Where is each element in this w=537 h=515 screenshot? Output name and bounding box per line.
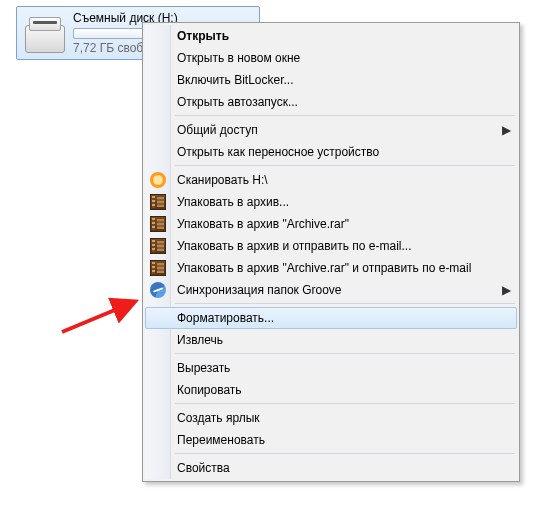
menu-rar-pack-named[interactable]: Упаковать в архив "Archive.rar": [145, 213, 517, 235]
menu-groove-sync[interactable]: Синхронизация папок Groove ▶: [145, 279, 517, 301]
menu-eject[interactable]: Извлечь: [145, 329, 517, 351]
menu-copy[interactable]: Копировать: [145, 379, 517, 401]
menu-label: Свойства: [177, 461, 230, 475]
avast-icon: [150, 172, 166, 188]
menu-create-shortcut[interactable]: Создать ярлык: [145, 407, 517, 429]
menu-label: Общий доступ: [177, 123, 258, 137]
menu-bitlocker[interactable]: Включить BitLocker...: [145, 69, 517, 91]
menu-label: Переименовать: [177, 433, 265, 447]
menu-cut[interactable]: Вырезать: [145, 357, 517, 379]
winrar-icon: [150, 216, 166, 232]
submenu-arrow-icon: ▶: [502, 119, 511, 141]
menu-scan[interactable]: Сканировать H:\: [145, 169, 517, 191]
menu-label: Вырезать: [177, 361, 230, 375]
menu-label: Упаковать в архив...: [177, 195, 289, 209]
menu-sharing[interactable]: Общий доступ ▶: [145, 119, 517, 141]
menu-label: Упаковать в архив "Archive.rar" и отправ…: [177, 261, 471, 275]
menu-label: Открыть как переносное устройство: [177, 145, 379, 159]
removable-drive-icon: [23, 11, 67, 55]
menu-portable-device[interactable]: Открыть как переносное устройство: [145, 141, 517, 163]
menu-rar-pack-named-mail[interactable]: Упаковать в архив "Archive.rar" и отправ…: [145, 257, 517, 279]
menu-label: Открыть: [177, 29, 229, 43]
menu-label: Синхронизация папок Groove: [177, 283, 342, 297]
menu-open[interactable]: Открыть: [145, 25, 517, 47]
menu-label: Упаковать в архив "Archive.rar": [177, 217, 349, 231]
menu-format[interactable]: Форматировать...: [145, 307, 517, 329]
menu-label: Извлечь: [177, 333, 223, 347]
menu-rar-pack-mail[interactable]: Упаковать в архив и отправить по e-mail.…: [145, 235, 517, 257]
groove-icon: [150, 282, 166, 298]
menu-label: Создать ярлык: [177, 411, 260, 425]
submenu-arrow-icon: ▶: [502, 279, 511, 301]
annotation-arrow-icon: [58, 296, 142, 336]
menu-label: Копировать: [177, 383, 242, 397]
menu-autoplay[interactable]: Открыть автозапуск...: [145, 91, 517, 113]
menu-label: Упаковать в архив и отправить по e-mail.…: [177, 239, 412, 253]
menu-open-new-window[interactable]: Открыть в новом окне: [145, 47, 517, 69]
context-menu: Открыть Открыть в новом окне Включить Bi…: [142, 22, 520, 482]
winrar-icon: [150, 260, 166, 276]
menu-label: Открыть автозапуск...: [177, 95, 298, 109]
menu-label: Включить BitLocker...: [177, 73, 294, 87]
menu-rename[interactable]: Переименовать: [145, 429, 517, 451]
menu-rar-pack[interactable]: Упаковать в архив...: [145, 191, 517, 213]
menu-label: Форматировать...: [177, 311, 274, 325]
menu-label: Открыть в новом окне: [177, 51, 300, 65]
winrar-icon: [150, 238, 166, 254]
menu-label: Сканировать H:\: [177, 173, 268, 187]
winrar-icon: [150, 194, 166, 210]
menu-properties[interactable]: Свойства: [145, 457, 517, 479]
